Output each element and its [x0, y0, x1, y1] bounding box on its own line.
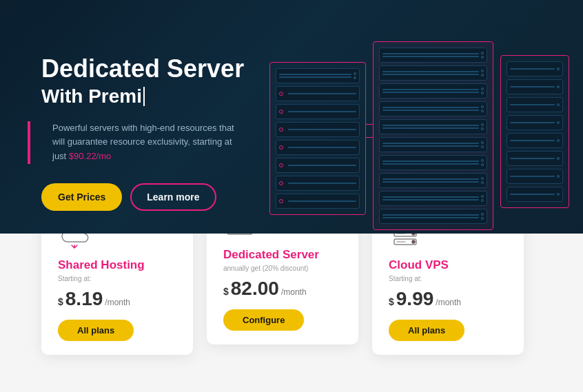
server-icon: [223, 234, 256, 240]
server-unit: [276, 122, 360, 137]
svg-rect-1: [227, 234, 252, 234]
card-title-vps: Cloud VPS: [389, 258, 507, 272]
price-dollar-dedicated: $: [223, 286, 229, 297]
card-subtitle-shared: Starting at:: [58, 275, 176, 282]
hero-title: Dedicated Server: [41, 55, 244, 83]
servers-illustration: [252, 41, 583, 255]
server-unit: [507, 61, 563, 76]
cursor: [143, 87, 145, 106]
price-amount-dedicated: 82.00: [231, 278, 279, 300]
server-unit: [379, 209, 487, 224]
cloud-icon: [58, 234, 91, 250]
svg-point-10: [412, 234, 415, 235]
all-plans-button-shared[interactable]: All plans: [58, 320, 134, 341]
server-unit: [507, 97, 563, 112]
cards-section: Shared Hosting Starting at: $ 8.19 /mont…: [0, 234, 583, 392]
price-dollar-shared: $: [58, 296, 63, 307]
card-price-shared: $ 8.19 /month: [58, 288, 176, 310]
server-rack-right: [500, 55, 569, 208]
learn-more-button[interactable]: Learn more: [130, 183, 216, 211]
price-period-shared: /month: [105, 298, 130, 307]
server-unit: [379, 173, 487, 188]
server-unit: [379, 155, 487, 170]
server-unit: [507, 151, 563, 166]
card-dedicated-server: recommended Dedicated Server annually ge…: [207, 234, 358, 344]
card-subtitle-dedicated: annually get (20% discount): [223, 265, 342, 272]
hero-subtitle: With Premi: [41, 85, 244, 107]
server-unit: [379, 137, 487, 152]
svg-point-11: [412, 240, 415, 243]
accent-line: [28, 121, 30, 164]
server-unit: [276, 104, 360, 119]
configure-button-dedicated[interactable]: Configure: [223, 309, 304, 331]
server-unit: [507, 169, 563, 184]
server-unit: [507, 133, 563, 148]
price-period-dedicated: /month: [281, 287, 307, 297]
server-unit: [379, 48, 487, 63]
server-rack-left: [269, 62, 366, 215]
server-unit: [379, 101, 487, 116]
hero-section: Dedicated Server With Premi Powerful ser…: [0, 0, 583, 255]
server-unit: [379, 83, 487, 99]
server-unit: [276, 176, 360, 191]
server-unit: [507, 79, 563, 94]
server-unit: [276, 194, 360, 209]
vps-icon: [389, 234, 422, 250]
hero-description: Powerful servers with high-end resources…: [41, 121, 234, 164]
server-unit: [379, 191, 487, 206]
server-unit: [507, 187, 563, 202]
card-price-vps: $ 9.99 /month: [389, 288, 507, 310]
server-unit: [276, 86, 360, 101]
card-price-dedicated: $ 82.00 /month: [223, 278, 342, 300]
card-cloud-vps: Cloud VPS Starting at: $ 9.99 /month All…: [372, 234, 524, 355]
server-unit: [379, 65, 487, 81]
price-period-vps: /month: [436, 298, 461, 307]
card-shared-hosting: Shared Hosting Starting at: $ 8.19 /mont…: [41, 234, 193, 355]
get-prices-button[interactable]: Get Prices: [41, 183, 122, 211]
card-title-shared: Shared Hosting: [58, 258, 176, 272]
server-unit: [379, 119, 487, 134]
all-plans-button-vps[interactable]: All plans: [389, 320, 464, 341]
hero-buttons: Get Prices Learn more: [41, 183, 244, 211]
price-dollar-vps: $: [389, 296, 394, 307]
card-subtitle-vps: Starting at:: [389, 275, 507, 282]
server-unit: [276, 158, 360, 173]
server-unit: [507, 115, 563, 130]
hero-content: Dedicated Server With Premi Powerful ser…: [41, 55, 244, 211]
price-amount-vps: 9.99: [396, 288, 434, 310]
price-highlight: $90.22/mo: [69, 151, 111, 161]
server-rack-center: [373, 41, 493, 230]
price-amount-shared: 8.19: [65, 288, 103, 310]
server-unit: [276, 140, 360, 155]
card-title-dedicated: Dedicated Server: [223, 248, 342, 262]
server-unit: [276, 68, 360, 83]
